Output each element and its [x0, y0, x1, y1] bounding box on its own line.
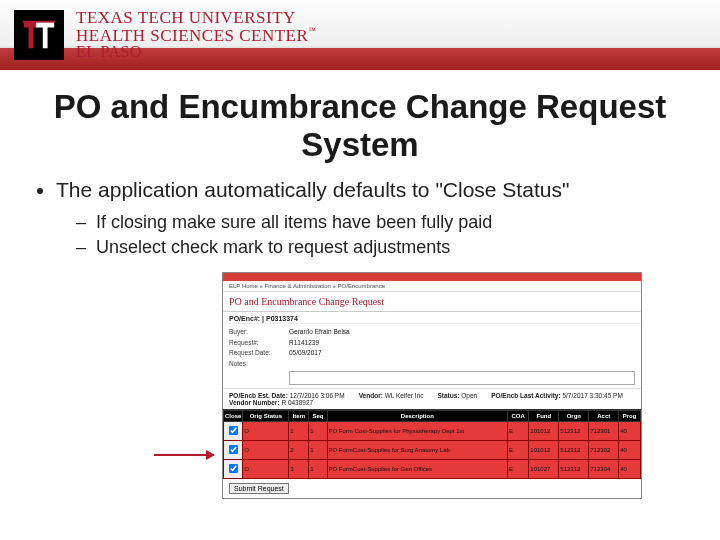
- brand-line-3: EL PASO: [76, 44, 317, 61]
- col-prog: Prog: [619, 410, 641, 421]
- col-item: Item: [289, 410, 309, 421]
- embedded-screenshot: ELP Home » Finance & Administration » PO…: [222, 272, 642, 499]
- col-seq: Seq: [309, 410, 327, 421]
- col-orgn: Orgn: [559, 410, 589, 421]
- page-title: PO and Encumbrance Change Request: [223, 292, 641, 312]
- sub-bullet-2: Unselect check mark to request adjustmen…: [76, 237, 686, 258]
- close-checkbox[interactable]: [229, 445, 238, 454]
- sub-bullet-1: If closing make sure all items have been…: [76, 212, 686, 233]
- brand-line-2: HEALTH SCIENCES CENTER™: [76, 27, 317, 45]
- notes-input[interactable]: [289, 371, 635, 385]
- po-meta-row: PO/Encb Est. Date: 12/7/2016 3:06 PM Ven…: [223, 389, 641, 410]
- col-fund: Fund: [529, 410, 559, 421]
- brand-header: TEXAS TECH UNIVERSITY HEALTH SCIENCES CE…: [0, 0, 720, 70]
- col-close: Close: [224, 410, 243, 421]
- main-bullet: The application automatically defaults t…: [56, 178, 686, 202]
- brand-line-1: TEXAS TECH UNIVERSITY: [76, 9, 317, 27]
- table-row: O31PO FormCost-Supplies for Gen OfficesE…: [224, 459, 641, 478]
- items-table: Close Orig Status Item Seq Description C…: [223, 410, 641, 479]
- app-red-bar: [223, 273, 641, 281]
- brand-text: TEXAS TECH UNIVERSITY HEALTH SCIENCES CE…: [76, 9, 317, 61]
- double-t-logo: [14, 10, 64, 60]
- detail-fields: Buyer:Gerardo Efrain Beisa Request#:R114…: [223, 324, 641, 389]
- callout-arrow: [154, 454, 214, 456]
- submit-request-button[interactable]: Submit Request: [229, 483, 289, 494]
- po-number-row: PO/Enc#: | P0313374: [223, 312, 641, 324]
- close-checkbox[interactable]: [229, 426, 238, 435]
- slide-title: PO and Encumbrance Change Request System: [0, 88, 720, 164]
- close-checkbox[interactable]: [229, 464, 238, 473]
- col-description: Description: [327, 410, 508, 421]
- table-row: O21PO FormCost-Supplies for Surg Anatomy…: [224, 440, 641, 459]
- col-acct: Acct: [589, 410, 619, 421]
- col-coa: COA: [508, 410, 529, 421]
- slide-body: The application automatically defaults t…: [0, 164, 720, 499]
- breadcrumb[interactable]: ELP Home » Finance & Administration » PO…: [223, 281, 641, 292]
- svg-rect-0: [23, 21, 55, 23]
- col-orig-status: Orig Status: [243, 410, 289, 421]
- table-row: O11PO Form Cost-Supplies for Physiothera…: [224, 421, 641, 440]
